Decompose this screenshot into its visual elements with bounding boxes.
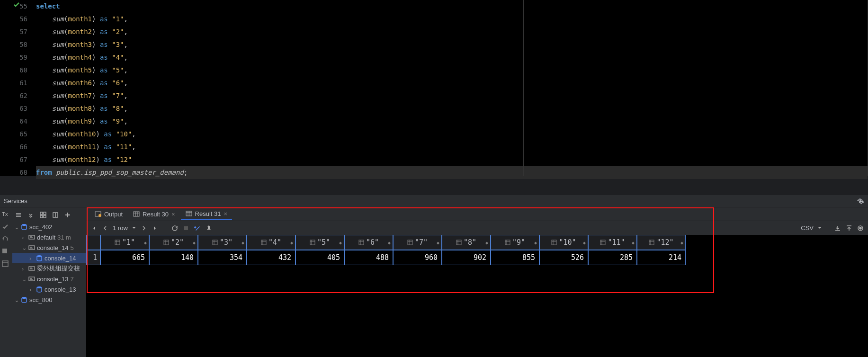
dropdown-icon[interactable] — [132, 224, 136, 232]
rollback-icon[interactable] — [2, 236, 10, 244]
grid-icon[interactable] — [40, 212, 47, 219]
data-cell[interactable]: 960 — [393, 250, 442, 265]
data-cell[interactable]: 285 — [588, 250, 637, 265]
pin-icon[interactable] — [205, 224, 213, 232]
sort-icon[interactable]: ◆ — [583, 240, 586, 245]
first-page-icon[interactable] — [90, 224, 98, 232]
tree-item[interactable]: ›委外机组提交校 — [12, 263, 86, 274]
data-cell[interactable]: 405 — [295, 250, 344, 265]
sort-icon[interactable]: ◆ — [339, 240, 342, 245]
column-header[interactable]: "4"◆ — [247, 235, 295, 250]
tree-item[interactable]: ›console_13 — [12, 284, 86, 295]
data-cell[interactable]: 855 — [491, 250, 539, 265]
code-line[interactable]: sum(month1) as "1", — [36, 13, 868, 26]
column-header[interactable]: "1"◆ — [100, 235, 149, 250]
reload-icon[interactable] — [171, 224, 179, 232]
code-line[interactable]: sum(month2) as "2", — [36, 26, 868, 38]
data-cell[interactable]: 354 — [198, 250, 247, 265]
panel-divider[interactable] — [0, 176, 868, 195]
sort-icon[interactable]: ◆ — [290, 240, 293, 245]
data-cell[interactable]: 902 — [442, 250, 491, 265]
tree-item[interactable]: ›console_14 — [12, 253, 86, 263]
result-tab[interactable]: Output — [90, 208, 127, 220]
sort-icon[interactable]: ◆ — [193, 240, 196, 245]
code-line[interactable]: from public.isp_ppd_sop_master_demand; — [36, 166, 868, 179]
column-header[interactable]: "6"◆ — [344, 235, 393, 250]
result-tab[interactable]: Result 30× — [128, 208, 180, 220]
data-cell[interactable]: 488 — [344, 250, 393, 265]
expand-all-icon[interactable] — [15, 212, 23, 219]
svg-rect-25 — [29, 277, 35, 281]
code-editor[interactable]: 5556575859606162636465666768 select sum(… — [0, 0, 868, 176]
collapse-all-icon[interactable] — [27, 212, 35, 219]
code-line[interactable]: sum(month3) as "3", — [36, 38, 868, 51]
column-header[interactable]: "10"◆ — [539, 235, 588, 250]
magic-icon[interactable] — [194, 224, 201, 232]
tree-meta: 7 — [71, 276, 74, 283]
tree-item[interactable]: ⌄console_14 5 — [12, 242, 86, 253]
code-line[interactable]: sum(month8) as "8", — [36, 102, 868, 115]
close-icon[interactable]: × — [224, 210, 227, 217]
upload-icon[interactable] — [845, 224, 853, 232]
code-line[interactable]: sum(month5) as "5", — [36, 64, 868, 77]
column-header[interactable]: "9"◆ — [491, 235, 539, 250]
export-dropdown-icon[interactable] — [817, 224, 822, 232]
column-header[interactable]: "3"◆ — [198, 235, 247, 250]
tree-item[interactable]: ⌄console_13 7 — [12, 274, 86, 284]
add-icon[interactable] — [64, 212, 72, 219]
column-label: "7" — [415, 238, 428, 247]
last-page-icon[interactable] — [152, 224, 159, 232]
tx-icon[interactable]: Tx — [2, 211, 10, 220]
sort-icon[interactable]: ◆ — [144, 240, 147, 245]
data-cell[interactable]: 214 — [637, 250, 686, 265]
data-cell[interactable]: 526 — [539, 250, 588, 265]
sort-icon[interactable]: ◆ — [680, 240, 683, 245]
services-panel: Services Tx ⌄scc_402›default 31 m⌄consol… — [0, 195, 868, 357]
result-grid[interactable]: "1"◆"2"◆"3"◆"4"◆"5"◆"6"◆"7"◆"8"◆"9"◆"10"… — [86, 235, 868, 265]
column-header[interactable]: "8"◆ — [442, 235, 491, 250]
tree-item[interactable]: ›default 31 m — [12, 232, 86, 242]
column-header[interactable]: "7"◆ — [393, 235, 442, 250]
code-line[interactable]: sum(month12) as "12" — [36, 153, 868, 166]
export-format-label[interactable]: CSV — [801, 224, 814, 232]
tree-item[interactable]: ⌄scc_402 — [12, 222, 86, 232]
table-row[interactable]: 1665140354432405488960902855526285214 — [86, 250, 868, 265]
view-mode-icon[interactable] — [857, 224, 864, 232]
sort-icon[interactable]: ◆ — [437, 240, 439, 245]
code-line[interactable]: select — [36, 0, 868, 13]
sort-icon[interactable]: ◆ — [485, 240, 488, 245]
data-cell[interactable]: 140 — [149, 250, 198, 265]
filter-toolbar-icon[interactable] — [52, 212, 60, 219]
code-line[interactable]: sum(month4) as "4", — [36, 51, 868, 64]
code-line[interactable]: sum(month10) as "10", — [36, 128, 868, 141]
code-line[interactable]: sum(month6) as "6", — [36, 77, 868, 89]
tree-item[interactable]: ⌄scc_800 — [12, 295, 86, 305]
row-count-label[interactable]: 1 row — [113, 224, 128, 232]
line-number: 56 — [0, 13, 27, 26]
column-header[interactable]: "12"◆ — [637, 235, 686, 250]
column-header[interactable]: "5"◆ — [295, 235, 344, 250]
column-header[interactable]: "2"◆ — [149, 235, 198, 250]
result-tab[interactable]: Result 31× — [181, 208, 233, 220]
sort-icon[interactable]: ◆ — [534, 240, 537, 245]
code-content[interactable]: select sum(month1) as "1", sum(month2) a… — [36, 0, 868, 176]
code-line[interactable]: sum(month9) as "9", — [36, 115, 868, 128]
sort-icon[interactable]: ◆ — [242, 240, 244, 245]
layout-icon[interactable] — [2, 260, 10, 269]
prev-page-icon[interactable] — [101, 224, 109, 232]
data-cell[interactable]: 432 — [247, 250, 295, 265]
code-line[interactable]: sum(month11) as "11", — [36, 141, 868, 153]
sort-icon[interactable]: ◆ — [388, 240, 391, 245]
svg-rect-32 — [134, 212, 139, 216]
column-header[interactable]: "11"◆ — [588, 235, 637, 250]
check-icon[interactable] — [2, 223, 10, 232]
sort-icon[interactable]: ◆ — [632, 240, 635, 245]
settings-icon[interactable] — [857, 197, 864, 205]
stop-icon[interactable] — [2, 248, 10, 257]
download-icon[interactable] — [834, 224, 841, 232]
services-tree[interactable]: ⌄scc_402›default 31 m⌄console_14 5›conso… — [12, 222, 86, 305]
next-page-icon[interactable] — [140, 224, 148, 232]
code-line[interactable]: sum(month7) as "7", — [36, 89, 868, 102]
close-icon[interactable]: × — [171, 211, 175, 218]
data-cell[interactable]: 665 — [100, 250, 149, 265]
